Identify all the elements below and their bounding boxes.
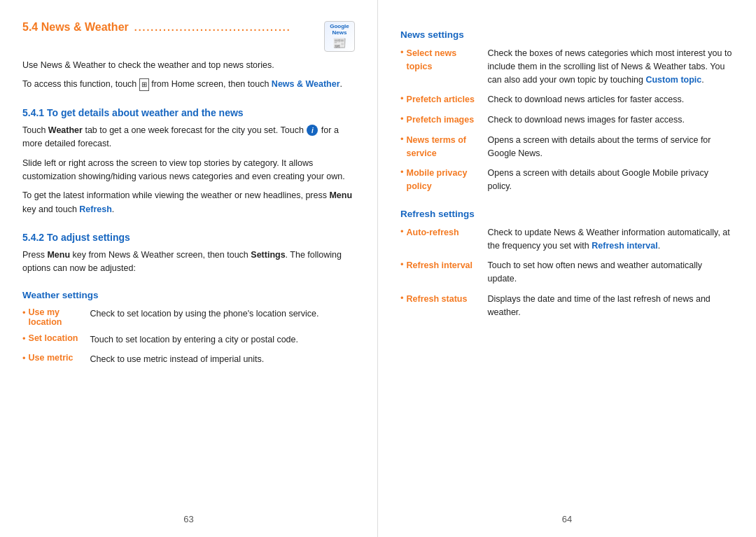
bullet-desc-news-terms: Opens a screen with details about the te… bbox=[488, 134, 734, 160]
bullet-mobile-privacy: • Mobile privacypolicy Opens a screen wi… bbox=[400, 167, 734, 193]
bullet-set-location: • Set location Touch to set location by … bbox=[22, 333, 355, 347]
bullet-term-use-my-location: Use mylocation bbox=[29, 307, 86, 327]
sub-heading-2: 5.4.2 To adjust settings bbox=[22, 232, 355, 243]
bullet-dot: • bbox=[400, 134, 404, 144]
sub-heading-1: 5.4.1 To get details about weather and t… bbox=[22, 107, 355, 118]
news-weather-icon: Google News 📰 bbox=[324, 21, 355, 52]
sub2-para1: Press Menu key from News & Weather scree… bbox=[22, 249, 355, 276]
bullet-dot: • bbox=[400, 93, 404, 104]
bullet-term-auto-refresh: Auto-refresh bbox=[407, 226, 484, 239]
bullet-desc-use-metric: Check to use metric instead of imperial … bbox=[90, 353, 265, 366]
bullet-use-metric: • Use metric Check to use metric instead… bbox=[22, 353, 355, 366]
news-settings-heading: News settings bbox=[400, 29, 734, 40]
bullet-dot: • bbox=[400, 47, 404, 57]
bullet-desc-mobile-privacy: Opens a screen with details about Google… bbox=[488, 167, 734, 193]
page-number-left: 63 bbox=[183, 514, 193, 524]
intro-text-1: Use News & Weather to check the weather … bbox=[22, 59, 355, 72]
bullet-dot: • bbox=[22, 307, 26, 318]
bullet-refresh-interval: • Refresh interval Touch to set how ofte… bbox=[400, 259, 734, 286]
bullet-refresh-status: • Refresh status Displays the date and t… bbox=[400, 293, 734, 319]
page-number-right: 64 bbox=[562, 514, 572, 524]
bullet-desc-prefetch-articles: Check to download news articles for fast… bbox=[488, 93, 685, 106]
bullet-desc-use-my-location: Check to set location by using the phone… bbox=[90, 307, 319, 321]
bullet-prefetch-images: • Prefetch images Check to download news… bbox=[400, 113, 734, 127]
bullet-dot: • bbox=[400, 167, 404, 177]
bullet-prefetch-articles: • Prefetch articles Check to download ne… bbox=[400, 93, 734, 106]
bullet-desc-select-news: Check the boxes of news categories which… bbox=[488, 47, 734, 86]
bullet-term-mobile-privacy: Mobile privacypolicy bbox=[407, 167, 484, 193]
bullet-dot: • bbox=[400, 113, 404, 124]
bullet-select-news-topics: • Select newstopics Check the boxes of n… bbox=[400, 47, 734, 86]
bullet-term-prefetch-articles: Prefetch articles bbox=[407, 93, 484, 106]
bullet-auto-refresh: • Auto-refresh Check to update News & We… bbox=[400, 226, 734, 253]
bullet-news-terms: • News terms ofservice Opens a screen wi… bbox=[400, 134, 734, 160]
bullet-dot: • bbox=[400, 293, 404, 303]
section-title: 5.4 News & Weather .....................… bbox=[22, 21, 324, 34]
bullet-desc-auto-refresh: Check to update News & Weather informati… bbox=[488, 226, 734, 253]
info-icon: i bbox=[307, 125, 318, 136]
bullet-term-use-metric: Use metric bbox=[29, 353, 86, 363]
bullet-dot: • bbox=[400, 259, 404, 270]
bullet-term-set-location: Set location bbox=[29, 333, 86, 343]
bullet-desc-prefetch-images: Check to download news images for faster… bbox=[488, 113, 685, 127]
intro-text-2: To access this function, touch ⊞ from Ho… bbox=[22, 78, 355, 91]
bullet-dot: • bbox=[400, 226, 404, 237]
refresh-settings-heading: Refresh settings bbox=[400, 209, 734, 219]
sub1-para3: To get the latest information while view… bbox=[22, 189, 355, 216]
weather-settings-heading: Weather settings bbox=[22, 290, 355, 300]
sub1-para1: Touch Weather tab to get a one week fore… bbox=[22, 124, 355, 151]
left-page: 5.4 News & Weather .....................… bbox=[0, 0, 378, 537]
bullet-use-my-location: • Use mylocation Check to set location b… bbox=[22, 307, 355, 327]
bullet-term-refresh-interval: Refresh interval bbox=[407, 259, 484, 272]
bullet-desc-set-location: Touch to set location by entering a city… bbox=[90, 333, 298, 347]
bullet-term-refresh-status: Refresh status bbox=[407, 293, 484, 306]
right-page: News settings • Select newstopics Check … bbox=[378, 0, 756, 537]
bullet-term-select-news: Select newstopics bbox=[407, 47, 484, 74]
bullet-dot: • bbox=[22, 333, 26, 344]
sub1-para2: Slide left or right across the screen to… bbox=[22, 157, 355, 184]
bullet-term-prefetch-images: Prefetch images bbox=[407, 113, 484, 127]
bullet-term-news-terms: News terms ofservice bbox=[407, 134, 484, 160]
bullet-desc-refresh-interval: Touch to set how often news and weather … bbox=[488, 259, 734, 286]
bullet-desc-refresh-status: Displays the date and time of the last r… bbox=[488, 293, 734, 319]
bullet-dot: • bbox=[22, 353, 26, 363]
